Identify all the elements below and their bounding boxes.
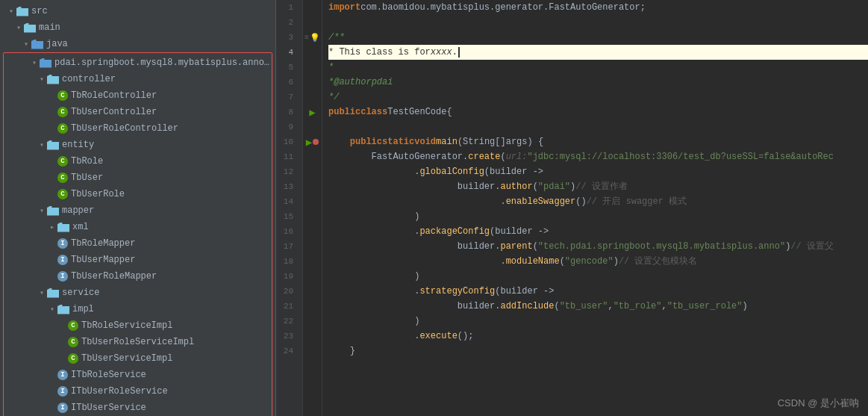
sidebar-item-xml[interactable]: xml xyxy=(4,219,272,235)
arrow-icon xyxy=(47,305,57,314)
line-num-17: 17 xyxy=(276,239,298,254)
sidebar-item-TbRoleServiceImpl[interactable]: C TbRoleServiceImpl xyxy=(4,317,272,334)
tree-label: impl xyxy=(72,304,94,314)
gutter-11 xyxy=(303,149,322,164)
interface-badge: I xyxy=(57,255,68,265)
sidebar-item-TbUserRoleController[interactable]: C TbUserRoleController xyxy=(4,120,272,137)
sidebar-item-java[interactable]: java xyxy=(0,36,275,52)
class-badge: C xyxy=(57,173,68,183)
code-line-17: builder.parent("tech.pdai.springboot.mys… xyxy=(328,239,868,254)
breakpoint-arrow-icon: ≡ xyxy=(305,34,309,42)
code-line-7: */ xyxy=(328,90,868,105)
folder-icon xyxy=(57,223,69,232)
gutter-13 xyxy=(303,179,322,194)
breakpoint-dot xyxy=(313,139,319,145)
code-line-23: .execute(); xyxy=(328,329,868,344)
arrow-icon xyxy=(6,7,16,16)
code-line-8: public class TestGenCode { xyxy=(328,105,868,119)
code-line-21: builder.addInclude("tb_user", "tb_role",… xyxy=(328,299,868,314)
tree-label: TbUserRole xyxy=(71,189,125,199)
gutter-22 xyxy=(303,314,322,329)
sidebar-item-ITbUserRoleService[interactable]: I ITbUserRoleService xyxy=(4,383,272,400)
sidebar-item-TbUserRoleMapper[interactable]: I TbUserRoleMapper xyxy=(4,268,272,285)
gutter-10: ▶ xyxy=(303,134,322,149)
tree-label: TbUserRoleController xyxy=(71,123,178,134)
interface-badge: I xyxy=(57,271,68,282)
gutter-16 xyxy=(303,224,322,239)
tree-label: ITbRoleService xyxy=(71,370,146,380)
sidebar-item-TbRoleMapper[interactable]: I TbRoleMapper xyxy=(4,235,272,252)
line-num-23: 23 xyxy=(276,329,298,344)
sidebar-item-TbUserServiceImpl[interactable]: C TbUserServiceImpl xyxy=(4,350,272,367)
gutter-1 xyxy=(303,0,322,15)
folder-icon xyxy=(47,140,59,150)
sidebar-item-main[interactable]: main xyxy=(0,19,275,36)
gutter-7 xyxy=(303,90,322,105)
sidebar-item-entity[interactable]: entity xyxy=(4,137,272,153)
sidebar-item-TbRoleController[interactable]: C TbRoleController xyxy=(4,87,272,104)
class-badge: C xyxy=(57,90,68,101)
sidebar-item-mapper[interactable]: mapper xyxy=(4,202,272,219)
line-num-22: 22 xyxy=(276,314,298,329)
tree-label: java xyxy=(46,39,68,49)
gutter-18 xyxy=(303,254,322,269)
sidebar-item-TbRole[interactable]: C TbRole xyxy=(4,153,272,170)
line-num-5: 5 xyxy=(276,60,298,75)
tree-label: ITbUserRoleService xyxy=(71,386,168,397)
sidebar-item-TbUserRoleServiceImpl[interactable]: C TbUserRoleServiceImpl xyxy=(4,334,272,350)
line-num-20: 20 xyxy=(276,284,298,299)
line-num-6: 6 xyxy=(276,75,298,90)
sidebar-item-ITbRoleService[interactable]: I ITbRoleService xyxy=(4,367,272,383)
tree-label: mapper xyxy=(62,205,94,216)
tree-label: TbUserRoleServiceImpl xyxy=(81,337,194,347)
code-line-14: .enableSwagger() // 开启 swagger 模式 xyxy=(328,194,868,209)
tree-label: ITbUserService xyxy=(71,403,146,413)
line-num-14: 14 xyxy=(276,194,298,209)
sidebar-item-TbUser[interactable]: C TbUser xyxy=(4,170,272,186)
arrow-icon xyxy=(37,140,47,149)
tree-label: main xyxy=(39,22,60,33)
code-line-15: ) xyxy=(328,209,868,224)
class-badge: C xyxy=(57,189,68,199)
folder-icon xyxy=(47,206,59,216)
sidebar-item-src[interactable]: src xyxy=(0,3,275,19)
class-badge: C xyxy=(57,123,68,134)
sidebar-item-ITbUserService[interactable]: I ITbUserService xyxy=(4,400,272,416)
code-content[interactable]: import com.baomidou.mybatisplus.generato… xyxy=(322,0,868,416)
tree-label: TbRoleController xyxy=(71,90,157,101)
sidebar-item-TbUserController[interactable]: C TbUserController xyxy=(4,104,272,120)
file-tree-sidebar[interactable]: src main java pdai.springboot.mysql8.myb… xyxy=(0,0,276,416)
code-editor: 1 2 3 4 5 6 7 8 9 10 11 12 13 14 15 16 1… xyxy=(276,0,868,416)
line-num-16: 16 xyxy=(276,224,298,239)
tree-label: src xyxy=(31,6,48,16)
sidebar-item-service[interactable]: service xyxy=(4,285,272,301)
gutter-14 xyxy=(303,194,322,209)
code-line-11: FastAutoGenerator.create( url: "jdbc:mys… xyxy=(328,149,868,164)
sidebar-item-TbUserRole[interactable]: C TbUserRole xyxy=(4,186,272,202)
line-num-9: 9 xyxy=(276,119,298,134)
arrow-icon xyxy=(37,75,47,84)
sidebar-item-TbUserMapper[interactable]: I TbUserMapper xyxy=(4,252,272,268)
gutter-23 xyxy=(303,329,322,344)
tree-label: TbUserServiceImpl xyxy=(81,353,172,364)
sidebar-item-pdai[interactable]: pdai.springboot.mysql8.mybatisplus.anno.… xyxy=(4,55,272,71)
line-num-1: 1 xyxy=(276,0,298,15)
line-num-24: 24 xyxy=(276,344,298,358)
code-line-10: public static void main(String[] args) { xyxy=(328,134,868,149)
code-line-9 xyxy=(328,119,868,134)
tree-label: entity xyxy=(62,140,94,150)
code-line-5: * xyxy=(328,60,868,75)
class-badge: C xyxy=(57,156,68,167)
gutter-19 xyxy=(303,269,322,284)
class-badge: C xyxy=(68,353,78,364)
tree-label: TbUserMapper xyxy=(71,255,135,265)
gutter-6 xyxy=(303,75,322,90)
code-line-12: .globalConfig(builder -> xyxy=(328,164,868,179)
arrow-icon xyxy=(13,23,24,32)
line-num-7: 7 xyxy=(276,90,298,105)
gutter-21 xyxy=(303,299,322,314)
code-line-24: } xyxy=(328,344,868,358)
folder-icon xyxy=(24,23,36,33)
sidebar-item-impl[interactable]: impl xyxy=(4,301,272,317)
sidebar-item-controller[interactable]: controller xyxy=(4,71,272,87)
